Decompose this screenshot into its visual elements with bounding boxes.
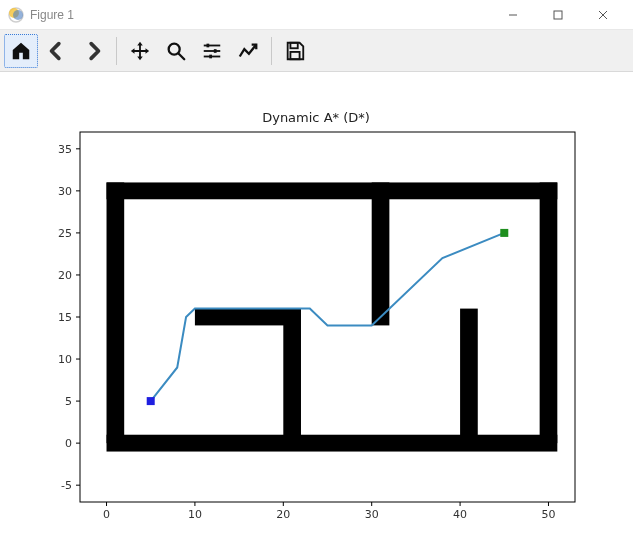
svg-text:35: 35 [58,143,72,156]
svg-text:20: 20 [276,508,290,521]
svg-text:0: 0 [65,437,72,450]
svg-text:0: 0 [103,508,110,521]
svg-text:5: 5 [65,395,72,408]
pan-button[interactable] [123,34,157,68]
svg-rect-47 [107,435,558,452]
toolbar-separator [116,37,117,65]
svg-rect-48 [107,182,558,199]
obstacles [107,182,558,451]
svg-text:25: 25 [58,227,72,240]
svg-rect-15 [290,42,297,48]
svg-rect-14 [209,54,212,58]
svg-text:30: 30 [58,185,72,198]
svg-text:50: 50 [541,508,555,521]
svg-rect-49 [107,182,125,443]
subplots-button[interactable] [195,34,229,68]
svg-text:40: 40 [453,508,467,521]
goal-marker [500,229,508,237]
toolbar [0,30,633,72]
plot-canvas[interactable]: Dynamic A* (D*) 01020304050 -50510152025… [0,72,633,549]
svg-rect-12 [207,43,210,47]
svg-rect-50 [540,182,558,443]
x-axis: 01020304050 [103,502,555,521]
maximize-button[interactable] [535,0,580,30]
plot-svg: Dynamic A* (D*) 01020304050 -50510152025… [0,72,633,549]
svg-rect-54 [460,309,478,444]
svg-point-2 [13,10,23,20]
home-button[interactable] [4,34,38,68]
svg-rect-52 [283,309,301,444]
svg-rect-4 [554,11,562,19]
save-button[interactable] [278,34,312,68]
svg-line-8 [179,53,185,59]
toolbar-separator [271,37,272,65]
forward-button[interactable] [76,34,110,68]
svg-rect-51 [195,309,292,326]
svg-rect-16 [290,51,299,58]
zoom-button[interactable] [159,34,193,68]
titlebar: Figure 1 [0,0,633,30]
svg-text:10: 10 [188,508,202,521]
svg-rect-13 [214,49,217,53]
svg-text:20: 20 [58,269,72,282]
back-button[interactable] [40,34,74,68]
start-marker [147,397,155,405]
minimize-button[interactable] [490,0,535,30]
window-title: Figure 1 [30,8,74,22]
svg-rect-53 [372,182,390,325]
app-icon [8,7,24,23]
close-button[interactable] [580,0,625,30]
y-axis: -505101520253035 [58,143,80,492]
svg-text:15: 15 [58,311,72,324]
edit-button[interactable] [231,34,265,68]
svg-text:-5: -5 [61,479,72,492]
chart-title: Dynamic A* (D*) [262,110,370,125]
svg-text:10: 10 [58,353,72,366]
svg-text:30: 30 [365,508,379,521]
